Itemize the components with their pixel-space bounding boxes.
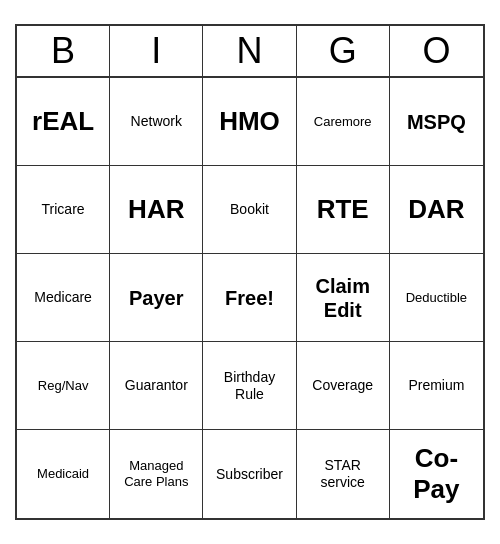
bingo-cell: RTE: [297, 166, 390, 254]
bingo-cell: Coverage: [297, 342, 390, 430]
bingo-cell: Managed Care Plans: [110, 430, 203, 518]
header-letter: I: [110, 26, 203, 76]
header-letter: O: [390, 26, 483, 76]
bingo-cell: Birthday Rule: [203, 342, 296, 430]
bingo-cell: Medicare: [17, 254, 110, 342]
bingo-header: BINGO: [17, 26, 483, 78]
header-letter: G: [297, 26, 390, 76]
bingo-cell: Subscriber: [203, 430, 296, 518]
bingo-cell: Caremore: [297, 78, 390, 166]
bingo-cell: Claim Edit: [297, 254, 390, 342]
bingo-cell: MSPQ: [390, 78, 483, 166]
bingo-cell: Co-Pay: [390, 430, 483, 518]
header-letter: B: [17, 26, 110, 76]
bingo-cell: STAR service: [297, 430, 390, 518]
bingo-cell: Tricare: [17, 166, 110, 254]
bingo-card: BINGO rEALNetworkHMOCaremoreMSPQTricareH…: [15, 24, 485, 520]
header-letter: N: [203, 26, 296, 76]
bingo-grid: rEALNetworkHMOCaremoreMSPQTricareHARBook…: [17, 78, 483, 518]
bingo-cell: Free!: [203, 254, 296, 342]
bingo-cell: Deductible: [390, 254, 483, 342]
bingo-cell: rEAL: [17, 78, 110, 166]
bingo-cell: Payer: [110, 254, 203, 342]
bingo-cell: Reg/Nav: [17, 342, 110, 430]
bingo-cell: Guarantor: [110, 342, 203, 430]
bingo-cell: HAR: [110, 166, 203, 254]
bingo-cell: Medicaid: [17, 430, 110, 518]
bingo-cell: Premium: [390, 342, 483, 430]
bingo-cell: Network: [110, 78, 203, 166]
bingo-cell: Bookit: [203, 166, 296, 254]
bingo-cell: DAR: [390, 166, 483, 254]
bingo-cell: HMO: [203, 78, 296, 166]
